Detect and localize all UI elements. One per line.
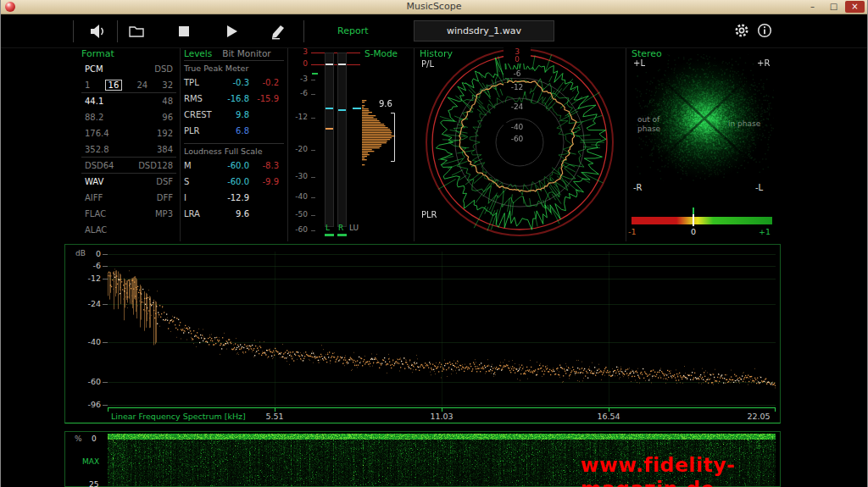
gonio-corner-tr: +R <box>757 58 770 68</box>
spectrum-ytick: -12 <box>77 274 101 283</box>
spectrum-ytick: -40 <box>77 337 101 346</box>
panel-separator <box>414 48 415 241</box>
format-row-rate: 176.4 192 <box>81 125 176 141</box>
format-header: Format <box>81 48 176 59</box>
levels-tabs: Levels Bit Monitor <box>184 48 284 61</box>
format-dsd128: DSD128 <box>138 161 173 170</box>
tpl-label: TPL <box>184 78 220 87</box>
format-pcm: PCM <box>85 64 103 74</box>
format-row-codec: AIFF DFF <box>81 190 176 206</box>
tab-bit-monitor[interactable]: Bit Monitor <box>222 48 271 60</box>
watermark-text: www.fidelity-magazin.de <box>581 453 867 487</box>
panel-separator <box>626 48 626 241</box>
tab-levels[interactable]: Levels <box>184 48 212 60</box>
channel-indicator <box>337 234 347 236</box>
spectrum-ytick: -60 <box>77 377 101 386</box>
level-row-tpl: TPL -0.3 -0.2 <box>184 75 284 91</box>
crest-label: CREST <box>184 110 220 119</box>
info-icon[interactable] <box>756 22 775 41</box>
meter-tick <box>311 118 315 119</box>
meter-tick <box>311 150 315 151</box>
s-max: -9.9 <box>249 177 279 186</box>
minimize-button[interactable]: – <box>803 1 822 13</box>
settings-gear-icon[interactable] <box>733 22 752 41</box>
level-meter-right <box>337 53 347 227</box>
rms-marker <box>338 109 346 111</box>
meter-scale-label: -30 <box>289 172 308 180</box>
correlation-zero-label: 0 <box>691 227 696 236</box>
s-label: S <box>184 177 220 186</box>
meter-tick <box>311 177 315 178</box>
format-rate-384: 384 <box>157 145 173 154</box>
spectrum-xtick: 22.05 <box>740 412 777 421</box>
close-button[interactable]: × <box>845 1 865 13</box>
spectrum-ytick: 0 <box>77 249 101 258</box>
level-row-rms: RMS -16.8 -15.9 <box>184 91 284 107</box>
panel-separator <box>287 48 288 241</box>
meter-scale-label: -60 <box>289 225 308 234</box>
history-plr-label: PLR <box>421 210 437 219</box>
tpl-max: -0.2 <box>249 78 279 87</box>
level-meter-left <box>325 53 334 227</box>
level-row-lra: LRA 9.6 <box>184 206 284 222</box>
meter-scale-label: 3 <box>289 47 308 56</box>
history-scale-label: -60 <box>504 135 531 143</box>
level-row-crest: CREST 9.8 <box>184 107 284 123</box>
correlation-center-tick <box>693 208 694 214</box>
rms-value: -16.8 <box>220 94 249 103</box>
smode-histogram-canvas <box>360 49 413 241</box>
m-label: M <box>184 161 220 170</box>
format-alac: ALAC <box>85 225 107 235</box>
format-row-codec: WAV DSF <box>81 174 176 190</box>
correlation-max-label: +1 <box>759 227 771 236</box>
tpl-value: -0.3 <box>220 78 249 87</box>
format-bit-24: 24 <box>136 80 147 90</box>
open-folder-icon[interactable] <box>127 22 146 41</box>
goniometer-canvas <box>635 54 774 181</box>
spectrogram-unit-label: % <box>75 434 82 443</box>
spectrum-canvas <box>108 252 776 407</box>
levels-panel: Levels Bit Monitor True Peak Meter TPL -… <box>184 48 284 222</box>
rms-max: -15.9 <box>249 94 279 103</box>
history-header: History <box>420 48 453 59</box>
format-dsd: DSD <box>154 64 173 74</box>
write-report-icon[interactable] <box>269 22 287 41</box>
level-row-m: M -60.0 -8.3 <box>184 158 284 174</box>
format-bit-1: 1 <box>85 80 90 90</box>
filename-display: windsdry_1.wav <box>414 20 554 42</box>
format-rate-441: 44.1 <box>85 97 103 106</box>
lu-label: LU <box>349 224 359 232</box>
volume-icon[interactable] <box>88 22 107 41</box>
meter-scale-label: -6 <box>289 89 308 97</box>
plr-label: PLR <box>184 126 220 136</box>
spectrum-ytick: -96 <box>77 400 101 409</box>
channel-right-label: R <box>338 224 343 232</box>
rms-marker <box>326 108 333 109</box>
format-row-bits: 1 16 24 32 <box>81 77 176 93</box>
toolbar-separator <box>73 20 74 42</box>
i-value: -12.9 <box>220 193 249 202</box>
smode-lra-value: 9.6 <box>379 99 392 108</box>
history-pl-label: P/L <box>421 59 434 69</box>
format-rate-3528: 352.8 <box>85 145 109 154</box>
spectrogram-top-label: 0 <box>92 434 97 443</box>
s-value: -60.0 <box>220 177 249 186</box>
crest-value: 9.8 <box>220 110 249 119</box>
maximize-button[interactable]: □ <box>824 1 843 13</box>
format-row-codec: ALAC <box>81 222 176 238</box>
format-rate-882: 88.2 <box>85 113 103 122</box>
tpl-peak-marker <box>338 64 346 65</box>
stop-icon[interactable] <box>175 22 193 41</box>
rms-label: RMS <box>184 94 220 103</box>
format-rate-48: 48 <box>162 97 173 106</box>
panel-separator <box>180 48 181 241</box>
meter-tick <box>311 230 315 231</box>
format-rate-192: 192 <box>157 129 173 138</box>
format-dff: DFF <box>157 193 173 202</box>
report-button[interactable]: Report <box>337 25 368 36</box>
meter-tick <box>311 197 315 198</box>
spectrogram-max-label: MAX <box>82 457 99 466</box>
m-max: -8.3 <box>249 161 279 170</box>
play-icon[interactable] <box>222 22 241 41</box>
level-row-plr: PLR 6.8 <box>184 123 284 139</box>
